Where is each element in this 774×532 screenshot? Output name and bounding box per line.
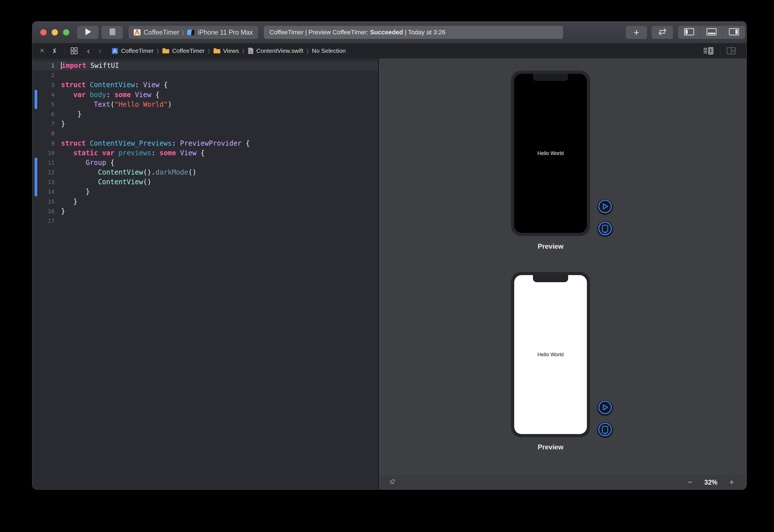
zoom-in-button[interactable]: + [729,478,734,486]
toggle-inspector-button[interactable] [723,26,745,39]
stop-icon [109,28,116,37]
stop-button[interactable] [102,26,123,39]
line-number: 1 [32,61,55,70]
activity-status-bar: CoffeeTimer | Preview CoffeeTimer: Succe… [264,26,563,39]
related-items-icon[interactable] [70,47,78,55]
preview-hello-text: Hello World [537,150,564,156]
breadcrumb-separator: 〉 [208,48,210,54]
canvas-bottom-bar: − 32% + [379,474,746,490]
zoom-out-button[interactable]: − [688,478,692,486]
toggle-navigator-button[interactable] [678,26,700,39]
preview-hello-text: Hello World [537,352,564,358]
code-text: struct ContentView: View { [61,80,168,90]
add-editor-icon[interactable] [727,47,736,55]
library-button[interactable]: + [626,26,647,39]
code-text: var body: some View { [61,90,160,100]
breadcrumb-item[interactable]: CoffeeTimer [172,47,204,54]
code-line[interactable]: 4 var body: some View { [32,90,378,100]
scheme-project-label: CoffeeTimer [144,29,179,36]
device-icon [187,28,195,36]
line-number: 17 [32,216,55,226]
plus-icon: + [634,27,639,38]
breadcrumb-item[interactable]: Views [223,47,239,54]
adjust-editor-options-icon[interactable] [703,47,714,55]
panel-toggle-group [678,26,745,39]
zoom-level: 32% [704,479,717,486]
jump-bar: ✕ ‹ › CoffeeTimer [32,43,746,59]
run-button[interactable] [77,26,99,39]
breadcrumb-item[interactable]: ContentView.swift [256,47,303,54]
breadcrumb-separator: 〉 [307,48,308,54]
line-number: 11 [32,158,55,167]
line-number: 12 [32,167,55,177]
breadcrumb: CoffeeTimer 〉 CoffeeTimer 〉 Views 〉 Cont… [111,47,346,55]
preview-on-device-button[interactable] [597,221,613,237]
left-panel-icon [684,28,694,37]
code-text: } [61,109,81,119]
close-editor-icon[interactable]: ✕ [39,47,45,55]
iphone-preview-light[interactable]: Hello World [511,272,590,437]
line-number: 8 [32,129,55,138]
line-number: 13 [32,177,55,187]
phone-notch [533,275,568,282]
breadcrumb-item-no-selection[interactable]: No Selection [312,47,346,54]
code-line[interactable]: 9struct ContentView_Previews: PreviewPro… [32,139,378,148]
focus-editor-icon[interactable] [51,47,58,55]
code-text: import SwiftUI [61,61,119,70]
preview-canvas: Hello World [379,58,746,490]
pin-icon[interactable] [387,478,396,487]
code-lines: 1import SwiftUI23struct ContentView: Vie… [32,61,378,226]
traffic-minimize-button[interactable] [52,29,58,35]
line-number: 16 [32,206,55,216]
code-text: ContentView() [61,177,151,187]
traffic-zoom-button[interactable] [63,29,69,35]
zoom-controls: − 32% + [688,478,746,486]
breadcrumb-item[interactable]: CoffeeTimer [121,47,153,54]
code-line[interactable]: 10 static var previews: some View { [32,148,378,158]
code-line[interactable]: 1import SwiftUI [32,61,378,70]
code-line[interactable]: 2 [32,70,378,80]
code-line[interactable]: 11 Group { [32,158,378,167]
toggle-debug-area-button[interactable] [700,26,723,39]
code-line[interactable]: 16} [32,206,378,216]
swap-arrows-icon [658,28,667,36]
code-text: } [61,119,65,129]
source-editor[interactable]: 1import SwiftUI23struct ContentView: Vie… [32,58,378,490]
forward-chevron-icon[interactable]: › [98,46,101,56]
device-circle-icon [597,221,613,238]
code-line[interactable]: 14 } [32,187,378,196]
preview-screen-light: Hello World [514,275,587,434]
code-text: } [61,206,65,216]
traffic-close-button[interactable] [40,29,47,35]
iphone-preview-dark[interactable]: Hello World [511,70,590,236]
code-line[interactable]: 8 [32,129,378,138]
code-line[interactable]: 12 ContentView().darkMode() [32,167,378,177]
scheme-selector[interactable]: CoffeeTimer 〉 iPhone 11 Pro Max [129,26,258,39]
code-line[interactable]: 5 Text("Hello World") [32,100,378,109]
play-circle-icon [597,399,613,416]
breadcrumb-separator: 〉 [242,48,244,54]
code-line[interactable]: 13 ContentView() [32,177,378,187]
line-number: 15 [32,197,55,206]
xcode-window: CoffeeTimer 〉 iPhone 11 Pro Max CoffeeTi… [32,21,747,490]
code-line[interactable]: 7} [32,119,378,129]
live-preview-button[interactable] [597,199,613,215]
editor-swap-button[interactable] [652,26,673,39]
preview-label: Preview [511,242,590,250]
code-line[interactable]: 3struct ContentView: View { [32,80,378,90]
code-line[interactable]: 15 } [32,197,378,206]
preview-on-device-button[interactable] [597,422,613,438]
code-line[interactable]: 17 [32,216,378,226]
scheme-device-label: iPhone 11 Pro Max [198,29,253,36]
line-number: 9 [32,139,55,148]
swift-file-icon [248,47,254,55]
project-icon [111,47,118,55]
line-number: 6 [32,109,55,119]
play-icon [85,28,91,37]
play-circle-icon [597,198,613,215]
code-line[interactable]: 6 } [32,109,378,119]
back-chevron-icon[interactable]: ‹ [87,46,90,56]
jumpbar-divider [720,47,720,55]
live-preview-button[interactable] [597,400,613,416]
folder-icon [213,48,221,54]
